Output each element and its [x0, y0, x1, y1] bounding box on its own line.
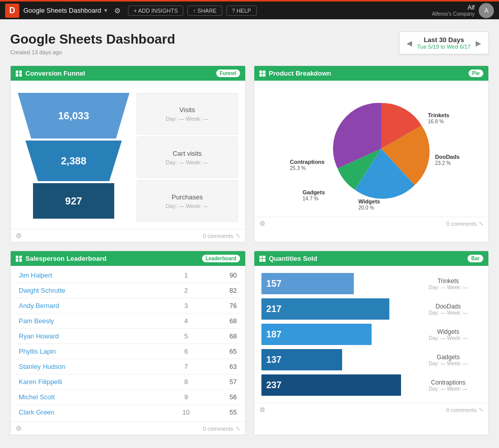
nav-title: Google Sheets Dashboard [23, 7, 101, 14]
date-prev-arrow[interactable]: ◀ [407, 39, 412, 47]
user-company: Alferoo's Company [432, 11, 475, 17]
bar-row-3: 137 [261, 349, 409, 370]
widgets-label: Widgets [358, 198, 380, 204]
leaderboard-name-0: Jim Halpert [16, 268, 169, 283]
gadgets-pct: 14.7 % [303, 196, 318, 201]
funnel-gear-icon[interactable]: ⚙ [16, 232, 22, 239]
leaderboard-score-7: 57 [203, 374, 240, 390]
gadgets-label: Gadgets [303, 189, 325, 195]
bar-visual: 157217187137237 [261, 273, 409, 396]
pie-gear-icon[interactable]: ⚙ [259, 220, 265, 227]
bar-row-4: 237 [261, 374, 409, 396]
bar-fill-0: 157 [261, 273, 354, 294]
leaderboard-score-6: 63 [203, 359, 240, 374]
product-breakdown-widget: Product Breakdown Pie [254, 65, 489, 243]
trinkets-pct: 16.8 % [428, 119, 444, 124]
pie-resize-icon[interactable]: ⤡ [479, 220, 483, 227]
leaderboard-name-1: Dwight Schrutte [16, 283, 169, 298]
page-title-area: Google Sheets Dashboard Created 13 days … [10, 31, 175, 55]
leaderboard-gear-icon[interactable]: ⚙ [16, 425, 22, 432]
date-next-arrow[interactable]: ▶ [476, 39, 481, 47]
leaderboard-row: Dwight Schrutte 2 82 [16, 283, 240, 298]
funnel-grid-icon [16, 71, 22, 77]
date-range-text: Last 30 Days Tue 5/19 to Wed 6/17 [417, 36, 471, 50]
funnel-label-visits: Visits Day: — Week: — [137, 93, 238, 134]
pie-header: Product Breakdown Pie [254, 66, 489, 81]
bar-label-stats-2: Day: — Week: — [428, 335, 468, 341]
bar-label-stats-3: Day: — Week: — [428, 361, 468, 366]
page-header: Google Sheets Dashboard Created 13 days … [10, 31, 489, 55]
leaderboard-rank-5: 6 [169, 344, 203, 359]
leaderboard-row: Karen Filippelli 8 57 [16, 374, 240, 390]
widgets-pct: 20.0 % [358, 205, 374, 211]
leaderboard-name-7: Karen Filippelli [16, 374, 169, 390]
leaderboard-row: Jim Halpert 1 90 [16, 268, 240, 283]
pie-footer: ⚙ 0 comments ⤡ [254, 217, 489, 230]
bar-grid-icon [259, 256, 265, 262]
funnel-label-purchases-stats: Day: — Week: — [165, 203, 209, 209]
leaderboard-rank-3: 4 [169, 314, 203, 329]
leaderboard-score-3: 68 [203, 314, 240, 329]
bar-gear-icon[interactable]: ⚙ [259, 406, 265, 413]
title-dropdown-icon[interactable]: ▼ [103, 8, 108, 13]
funnel-visual: 16,033 2,388 927 [18, 88, 129, 222]
bar-type-badge: Bar [468, 255, 483, 262]
page-subtitle: Created 13 days ago [10, 49, 175, 55]
contraptions-pct: 25.3 % [290, 165, 306, 171]
bar-label-2: Widgets Day: — Week: — [415, 324, 481, 345]
date-range-sub: Tue 5/19 to Wed 6/17 [417, 44, 471, 50]
bar-fill-2: 187 [261, 324, 372, 345]
add-insights-button[interactable]: + ADD INSIGHTS [128, 6, 183, 16]
leaderboard-row: Phyllis Lapin 6 65 [16, 344, 240, 359]
leaderboard-score-5: 65 [203, 344, 240, 359]
funnel-labels: Visits Day: — Week: — Cart visits Day: —… [137, 88, 238, 222]
help-button[interactable]: ? HELP [226, 6, 257, 16]
bar-label-0: Trinkets Day: — Week: — [415, 273, 481, 294]
bar-row-1: 217 [261, 298, 409, 320]
funnel-label-purchases-title: Purchases [172, 193, 203, 201]
leaderboard-row: Michel Scott 9 56 [16, 390, 240, 405]
share-button[interactable]: ↑ SHARE [187, 6, 222, 16]
bar-labels: Trinkets Day: — Week: — DooDads Day: — W… [415, 273, 481, 396]
leaderboard-name-2: Andy Bernard [16, 298, 169, 314]
avatar: A [479, 3, 494, 18]
bar-resize-icon[interactable]: ⤡ [479, 406, 483, 413]
nav-gear-icon[interactable]: ⚙ [114, 7, 121, 15]
leaderboard-body: Jim Halpert 1 90 Dwight Schrutte 2 82 An… [11, 266, 245, 422]
date-range-picker[interactable]: ◀ Last 30 Days Tue 5/19 to Wed 6/17 ▶ [399, 31, 489, 54]
leaderboard-header-left: Salesperson Leaderboard [16, 255, 107, 262]
leaderboard-name-4: Ryan Howard [16, 329, 169, 344]
contraptions-label: Contraptions [290, 159, 324, 165]
bar-header-left: Quantities Sold [259, 255, 317, 262]
leaderboard-score-4: 68 [203, 329, 240, 344]
leaderboard-rank-9: 10 [169, 405, 203, 420]
funnel-header: Conversion Funnel Funnel [11, 66, 245, 81]
bar-label-name-1: DooDads [436, 303, 461, 310]
funnel-label-visits-title: Visits [179, 106, 195, 114]
user-info: Alf Alferoo's Company [432, 4, 475, 17]
funnel-resize-icon[interactable]: ⤡ [236, 232, 240, 239]
leaderboard-rank-6: 7 [169, 359, 203, 374]
top-nav: D Google Sheets Dashboard ▼ ⚙ + ADD INSI… [0, 0, 499, 19]
leaderboard-rank-1: 2 [169, 283, 203, 298]
leaderboard-score-1: 82 [203, 283, 240, 298]
doodads-pct: 23.2 % [435, 160, 451, 166]
funnel-comments: 0 comments ⤡ [203, 232, 240, 239]
main-content: Google Sheets Dashboard Created 13 days … [0, 19, 499, 445]
pie-chart-svg: Trinkets 16.8 % DooDads 23.2 % Widgets 2… [275, 88, 468, 210]
funnel-label-visits-stats: Day: — Week: — [165, 116, 209, 122]
user-name: Alf [432, 4, 475, 11]
bar-fill-3: 137 [261, 349, 342, 370]
bar-footer: ⚙ 0 comments ⤡ [254, 403, 489, 416]
funnel-step-2: 2,388 [25, 141, 122, 181]
bar-row-2: 187 [261, 324, 409, 345]
leaderboard-resize-icon[interactable]: ⤡ [236, 425, 240, 432]
leaderboard-name-3: Pam Beesly [16, 314, 169, 329]
doodads-label: DooDads [435, 154, 459, 160]
bar-label-3: Gadgets Day: — Week: — [415, 349, 481, 370]
funnel-type-badge: Funnel [216, 70, 240, 77]
leaderboard-footer: ⚙ 0 comments ⤡ [11, 422, 245, 435]
leaderboard-score-0: 90 [203, 268, 240, 283]
quantities-sold-widget: Quantities Sold Bar 157217187137237 Trin… [254, 251, 489, 435]
bar-label-4: Contraptions Day: — Week: — [415, 374, 481, 396]
